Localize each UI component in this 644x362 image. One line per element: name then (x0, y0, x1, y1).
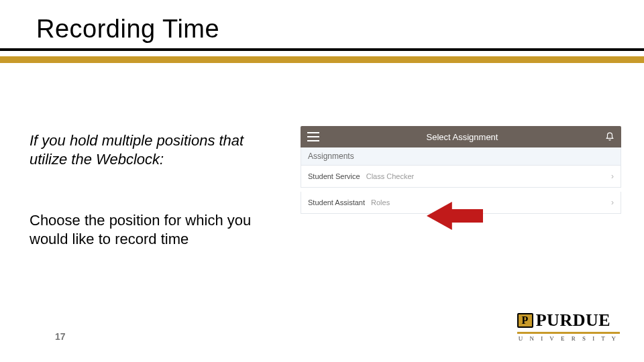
logo-gold-rule (517, 332, 620, 334)
logo-wordmark: P PURDUE (517, 310, 620, 330)
intro-paragraph: If you hold multiple positions that util… (30, 131, 271, 168)
screenshot-section-header: Assignments (301, 147, 621, 166)
assignment-row-text: Student Service Class Checker (308, 172, 414, 180)
screenshot-header: Select Assignment (301, 126, 621, 147)
screenshot-header-title: Select Assignment (427, 132, 498, 142)
logo-brand-text: PURDUE (536, 310, 610, 330)
assignment-row[interactable]: Student Service Class Checker › (301, 166, 621, 188)
instruction-paragraph: Choose the position for which you would … (30, 211, 271, 249)
logo-p-badge: P (517, 313, 533, 328)
assignment-main: Student Service (308, 172, 360, 180)
callout-arrow-icon (427, 197, 483, 235)
logo-subtext: U N I V E R S I T Y (517, 335, 620, 342)
slide-title: Recording Time (0, 15, 644, 44)
assignment-main: Student Assistant (308, 198, 365, 206)
title-rule-black (0, 48, 644, 51)
bell-icon[interactable] (605, 132, 614, 141)
assignment-row-text: Student Assistant Roles (308, 198, 390, 206)
title-rule-gold (0, 56, 644, 63)
svg-marker-0 (427, 202, 483, 230)
assignment-sub: Roles (371, 198, 390, 206)
purdue-logo: P PURDUE U N I V E R S I T Y (517, 310, 620, 342)
menu-icon[interactable] (307, 132, 319, 141)
slide: Recording Time If you hold multiple posi… (0, 0, 644, 362)
chevron-right-icon: › (611, 172, 614, 181)
title-bar: Recording Time (0, 15, 644, 44)
page-number: 17 (55, 331, 66, 342)
chevron-right-icon: › (611, 198, 614, 207)
assignment-sub: Class Checker (366, 172, 415, 180)
body-text: If you hold multiple positions that util… (30, 131, 271, 249)
